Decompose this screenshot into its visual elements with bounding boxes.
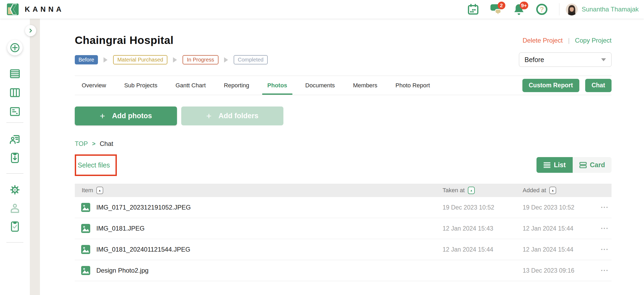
- notifications-badge: 9+: [520, 2, 528, 9]
- sort-button-added-at[interactable]: ▲: [549, 187, 556, 194]
- user-name[interactable]: Sunantha Thamajak: [582, 6, 639, 13]
- sidebar-gutter: [30, 19, 40, 295]
- avatar[interactable]: [566, 3, 578, 15]
- breadcrumb: TOP > Chat: [75, 140, 612, 148]
- page-title: Chaingrai Hospital: [75, 34, 174, 47]
- tab-gantt-chart[interactable]: Gantt Chart: [168, 76, 213, 95]
- sidebar-expand-button[interactable]: [25, 25, 36, 36]
- brand: KANNA: [7, 3, 64, 15]
- sort-button-item[interactable]: ▲: [96, 187, 103, 194]
- chat-button[interactable]: Chat: [585, 79, 612, 92]
- tab-photo-report[interactable]: Photo Report: [389, 76, 437, 95]
- status-flow: Before Material Purchased In Progress Co…: [75, 55, 268, 64]
- app-window: KANNA 2: [0, 0, 644, 295]
- card-icon: [579, 162, 587, 168]
- expand-chevron-icon: [28, 28, 33, 33]
- notifications-icon[interactable]: 9+: [512, 3, 526, 16]
- breadcrumb-root[interactable]: TOP: [75, 140, 88, 148]
- file-name[interactable]: IMG_0181_202401121544.JPEG: [96, 246, 190, 253]
- table-header: Item ▲ Taken at ▲ Added at ▲: [75, 184, 612, 197]
- card-view-icon: [9, 106, 21, 117]
- tab-reporting[interactable]: Reporting: [217, 76, 256, 95]
- tab-sub-projects[interactable]: Sub Projects: [117, 76, 164, 95]
- image-file-icon: [81, 203, 90, 212]
- chevron-right-icon: >: [92, 140, 96, 147]
- staff-report-icon: [9, 134, 21, 145]
- row-menu-button[interactable]: •••: [601, 226, 609, 231]
- add-icon: [9, 42, 21, 54]
- sidebar-item-list-view[interactable]: [9, 68, 21, 80]
- delete-project-link[interactable]: Delete Project: [523, 37, 563, 44]
- view-toggle: List Card: [536, 157, 612, 173]
- column-added-at-label: Added at: [523, 187, 546, 194]
- added-at-value: 13 Dec 2023 09:16: [523, 267, 595, 274]
- copy-project-link[interactable]: Copy Project: [575, 37, 612, 44]
- status-badge-before: Before: [75, 55, 98, 64]
- column-taken-at-label: Taken at: [443, 187, 465, 194]
- file-name[interactable]: IMG_0181.JPEG: [96, 225, 145, 232]
- list-view-button[interactable]: List: [536, 157, 573, 173]
- sidebar-divider: [6, 122, 23, 123]
- row-menu-button[interactable]: •••: [601, 247, 609, 252]
- table-row[interactable]: IMG_0171_202312191052.JPEG 19 Dec 2023 1…: [75, 197, 612, 218]
- top-header: KANNA 2: [0, 0, 644, 19]
- messages-badge: 2: [498, 2, 505, 9]
- status-select[interactable]: Before: [519, 52, 612, 67]
- taken-at-value: 12 Jan 2024 15:43: [443, 225, 523, 232]
- tab-overview[interactable]: Overview: [75, 76, 113, 95]
- added-at-value: 19 Dec 2023 10:52: [523, 204, 595, 211]
- sidebar-item-import[interactable]: [9, 152, 21, 163]
- image-file-icon: [81, 266, 90, 275]
- image-file-icon: [81, 245, 90, 254]
- row-menu-button[interactable]: •••: [601, 268, 609, 273]
- tab-documents[interactable]: Documents: [298, 76, 342, 95]
- table-row[interactable]: IMG_0181_202401121544.JPEG 12 Jan 2024 1…: [75, 239, 612, 260]
- clipboard-download-icon: [9, 152, 21, 163]
- plus-icon: +: [206, 111, 212, 121]
- table-row[interactable]: Design Photo2.jpg 13 Dec 2023 09:16 •••: [75, 260, 612, 281]
- table-row[interactable]: IMG_0181.JPEG 12 Jan 2024 15:43 12 Jan 2…: [75, 218, 612, 239]
- calendar-icon[interactable]: [467, 3, 480, 16]
- sidebar-item-tasks[interactable]: [9, 220, 21, 232]
- brand-name: KANNA: [25, 5, 64, 14]
- image-file-icon: [81, 224, 90, 233]
- card-view-button[interactable]: Card: [573, 157, 612, 173]
- file-name[interactable]: Design Photo2.jpg: [96, 267, 148, 274]
- tab-photos[interactable]: Photos: [261, 76, 294, 95]
- settings-gear-icon: [9, 184, 21, 196]
- flow-arrow-icon: [224, 57, 228, 63]
- sort-button-taken-at[interactable]: ▲: [468, 187, 475, 194]
- custom-report-button[interactable]: Custom Report: [522, 79, 579, 92]
- user-profile-icon: [9, 203, 21, 214]
- status-badge-material-purchased: Material Purchased: [113, 55, 167, 64]
- kanna-logo-icon: [7, 3, 19, 15]
- svg-text:?: ?: [540, 6, 544, 13]
- links-divider: |: [568, 37, 569, 44]
- file-name[interactable]: IMG_0171_202312191052.JPEG: [96, 204, 191, 211]
- taken-at-value: 19 Dec 2023 10:52: [443, 204, 523, 211]
- added-at-value: 12 Jan 2024 15:44: [523, 246, 595, 253]
- sidebar-item-settings[interactable]: [9, 184, 21, 196]
- plus-icon: +: [100, 111, 105, 121]
- added-at-value: 12 Jan 2024 15:44: [523, 225, 595, 232]
- header-actions: 2 9+ ?: [457, 3, 639, 16]
- help-icon[interactable]: ?: [535, 3, 548, 16]
- add-button[interactable]: [7, 40, 23, 55]
- select-files-link[interactable]: Select files: [78, 161, 110, 169]
- taken-at-value: 12 Jan 2024 15:44: [443, 246, 523, 253]
- sidebar-item-card-view[interactable]: [9, 106, 21, 117]
- messages-icon[interactable]: 2: [489, 3, 503, 16]
- sidebar-item-profile[interactable]: [9, 203, 21, 214]
- tab-members[interactable]: Members: [346, 76, 384, 95]
- main-content: Chaingrai Hospital Delete Project | Copy…: [40, 19, 644, 295]
- tab-bar: Overview Sub Projects Gantt Chart Report…: [75, 76, 612, 95]
- add-folders-button[interactable]: + Add folders: [181, 106, 283, 125]
- add-photos-button[interactable]: + Add photos: [75, 106, 177, 125]
- row-menu-button[interactable]: •••: [601, 205, 609, 210]
- sidebar-item-column-view[interactable]: [9, 87, 21, 99]
- sidebar-item-staff-report[interactable]: [9, 134, 21, 145]
- sidebar: [0, 19, 30, 295]
- photos-table: Item ▲ Taken at ▲ Added at ▲: [75, 184, 612, 281]
- clipboard-check-icon: [9, 220, 21, 232]
- header-divider: [559, 3, 559, 15]
